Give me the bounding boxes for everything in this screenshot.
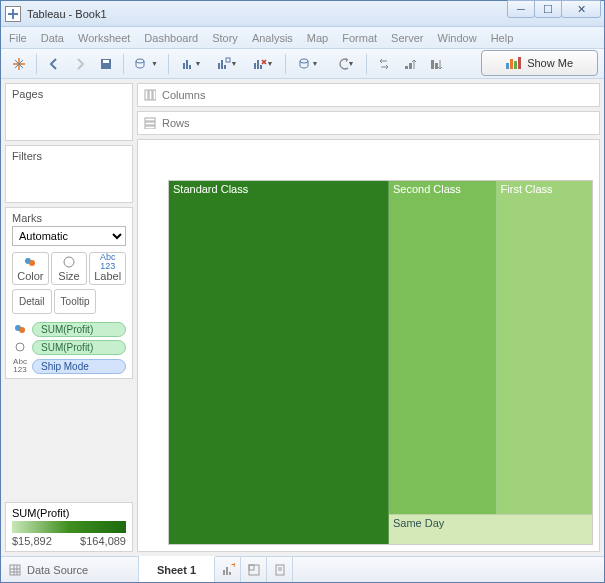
color-icon (24, 255, 36, 269)
svg-rect-9 (221, 60, 223, 69)
svg-rect-10 (224, 65, 226, 69)
new-worksheet-tab[interactable]: + (215, 557, 241, 582)
svg-rect-33 (223, 570, 225, 575)
treemap-cell-standard-class[interactable]: Standard Class (169, 181, 389, 544)
mark-tooltip-button[interactable]: Tooltip (54, 289, 97, 314)
svg-rect-28 (153, 90, 156, 100)
menu-worksheet[interactable]: Worksheet (78, 32, 130, 44)
showme-icon (506, 57, 521, 69)
marks-card: Marks Automatic Color Size Abc123Label D… (5, 207, 133, 379)
svg-point-24 (19, 327, 25, 333)
label-icon: Abc123 (100, 255, 116, 269)
menu-data[interactable]: Data (41, 32, 64, 44)
new-dashboard-tab[interactable] (241, 557, 267, 582)
pill-sum-profit-size[interactable]: SUM(Profit) (32, 340, 126, 355)
showme-button[interactable]: Show Me (481, 50, 598, 76)
pill-sum-profit-color[interactable]: SUM(Profit) (32, 322, 126, 337)
svg-rect-14 (260, 65, 262, 69)
right-column: Columns Rows Standard Class Second Class… (137, 83, 600, 552)
columns-icon (144, 89, 156, 101)
forward-button[interactable] (68, 52, 92, 76)
menu-dashboard[interactable]: Dashboard (144, 32, 198, 44)
back-button[interactable] (42, 52, 66, 76)
mark-color-button[interactable]: Color (12, 252, 49, 285)
swap-button[interactable] (372, 52, 396, 76)
statusbar: Data Source Sheet 1 + (1, 556, 604, 582)
titlebar: Tableau - Book1 ─ ☐ ✕ (1, 1, 604, 27)
svg-rect-18 (431, 60, 434, 69)
mark-type-select[interactable]: Automatic (12, 226, 126, 246)
autoupdate-button[interactable]: ▼ (291, 52, 325, 76)
svg-point-15 (300, 59, 308, 63)
menu-server[interactable]: Server (391, 32, 423, 44)
datasource-button[interactable]: ▼ (129, 52, 163, 76)
color-legend: SUM(Profit) $15,892 $164,089 (5, 502, 133, 552)
size-icon (12, 341, 28, 355)
sort-desc-button[interactable] (424, 52, 448, 76)
svg-rect-34 (226, 567, 228, 575)
pill-row: Abc123 Ship Mode (12, 358, 126, 374)
menu-format[interactable]: Format (342, 32, 377, 44)
pill-ship-mode[interactable]: Ship Mode (32, 359, 126, 374)
maximize-button[interactable]: ☐ (534, 0, 562, 18)
mark-detail-button[interactable]: Detail (12, 289, 52, 314)
mark-size-button[interactable]: Size (51, 252, 88, 285)
menu-file[interactable]: File (9, 32, 27, 44)
duplicate-button[interactable]: ▼ (210, 52, 244, 76)
tableau-logo-icon[interactable] (7, 52, 31, 76)
window-controls: ─ ☐ ✕ (508, 0, 601, 18)
viz-canvas[interactable]: Standard Class Second Class First Class … (137, 139, 600, 552)
svg-rect-12 (254, 63, 256, 69)
svg-rect-31 (145, 126, 155, 129)
svg-point-4 (136, 59, 144, 63)
svg-rect-16 (405, 66, 408, 69)
svg-rect-30 (145, 122, 155, 125)
svg-rect-19 (435, 63, 438, 69)
rows-label: Rows (162, 117, 190, 129)
save-button[interactable] (94, 52, 118, 76)
datasource-tab[interactable]: Data Source (1, 557, 139, 582)
close-button[interactable]: ✕ (561, 0, 601, 18)
datasource-label: Data Source (27, 564, 88, 576)
sheet-tab[interactable]: Sheet 1 (139, 556, 215, 582)
treemap-cell-second-class[interactable]: Second Class (389, 181, 497, 514)
svg-rect-3 (103, 60, 109, 63)
svg-rect-35 (229, 572, 231, 575)
menu-analysis[interactable]: Analysis (252, 32, 293, 44)
left-column: Pages Filters Marks Automatic Color Size… (5, 83, 133, 552)
svg-text:+: + (231, 563, 235, 570)
treemap-cell-first-class[interactable]: First Class (497, 181, 592, 514)
svg-rect-38 (249, 565, 254, 570)
menu-window[interactable]: Window (438, 32, 477, 44)
svg-rect-6 (186, 60, 188, 69)
pages-shelf[interactable]: Pages (5, 83, 133, 141)
legend-title: SUM(Profit) (12, 507, 126, 519)
svg-rect-7 (189, 65, 191, 69)
legend-gradient[interactable] (12, 521, 126, 533)
menu-help[interactable]: Help (491, 32, 514, 44)
grid-icon (9, 564, 21, 576)
app-icon (5, 6, 21, 22)
svg-rect-26 (145, 90, 148, 100)
filters-shelf[interactable]: Filters (5, 145, 133, 203)
rows-shelf[interactable]: Rows (137, 111, 600, 135)
columns-shelf[interactable]: Columns (137, 83, 600, 107)
svg-rect-27 (149, 90, 152, 100)
svg-rect-5 (183, 63, 185, 69)
new-story-tab[interactable] (267, 557, 293, 582)
treemap-cell-same-day[interactable]: Same Day (389, 514, 592, 544)
size-icon (63, 255, 75, 269)
columns-label: Columns (162, 89, 205, 101)
svg-rect-8 (218, 63, 220, 69)
toolbar: ▼ ▼ ▼ ▼ ▼ ▼ Show Me (1, 49, 604, 79)
pill-row: SUM(Profit) (12, 322, 126, 337)
mark-label-button[interactable]: Abc123Label (89, 252, 126, 285)
menu-map[interactable]: Map (307, 32, 328, 44)
menu-story[interactable]: Story (212, 32, 238, 44)
minimize-button[interactable]: ─ (507, 0, 535, 18)
legend-max: $164,089 (80, 535, 126, 547)
sort-asc-button[interactable] (398, 52, 422, 76)
new-worksheet-button[interactable]: ▼ (174, 52, 208, 76)
run-button[interactable]: ▼ (327, 52, 361, 76)
clear-button[interactable]: ▼ (246, 52, 280, 76)
